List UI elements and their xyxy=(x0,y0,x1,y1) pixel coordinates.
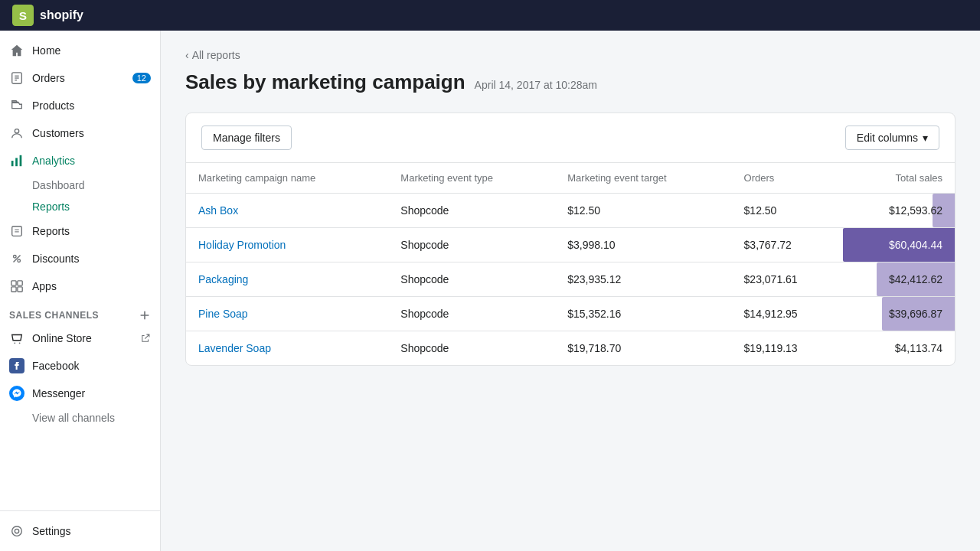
svg-rect-9 xyxy=(20,155,22,166)
cell-event-target: $15,352.16 xyxy=(555,297,731,331)
svg-point-6 xyxy=(15,129,18,133)
shopify-logo[interactable]: S shopify xyxy=(12,5,83,26)
sidebar-label-apps: Apps xyxy=(32,280,57,292)
breadcrumb[interactable]: ‹ All reports xyxy=(185,49,956,61)
cell-event-target: $12.50 xyxy=(555,194,731,228)
facebook-label: Facebook xyxy=(32,360,79,372)
report-table: Marketing campaign name Marketing event … xyxy=(186,162,955,365)
svg-point-14 xyxy=(18,259,21,262)
campaign-link-ash-box[interactable]: Ash Box xyxy=(198,204,238,217)
sidebar-item-analytics[interactable]: Analytics xyxy=(0,147,160,174)
svg-rect-16 xyxy=(11,281,16,285)
sidebar-item-reports[interactable]: Reports xyxy=(0,217,160,245)
svg-point-20 xyxy=(14,342,15,344)
chevron-down-icon: ▾ xyxy=(923,132,928,144)
sidebar-item-discounts[interactable]: Discounts xyxy=(0,245,160,272)
col-header-total-sales: Total sales xyxy=(843,163,955,194)
discounts-icon xyxy=(9,251,24,266)
cell-total-sales: $39,696.87 xyxy=(843,297,955,331)
total-sales-value: $39,696.87 xyxy=(889,308,942,320)
cell-campaign-name: Lavender Soap xyxy=(186,331,388,366)
table-row: Pine SoapShopcode$15,352.16$14,912.95$39… xyxy=(186,297,955,331)
breadcrumb-chevron: ‹ xyxy=(185,49,189,61)
cell-campaign-name: Pine Soap xyxy=(186,297,388,331)
cell-total-sales: $60,404.44 xyxy=(843,228,955,262)
cell-total-sales: $4,113.74 xyxy=(843,331,955,366)
svg-rect-10 xyxy=(12,227,22,236)
svg-point-21 xyxy=(19,342,21,344)
campaign-link-holiday-promotion[interactable]: Holiday Promotion xyxy=(198,239,286,251)
sidebar-label-customers: Customers xyxy=(32,127,84,139)
external-link-icon xyxy=(140,333,151,344)
svg-rect-17 xyxy=(18,281,22,285)
sidebar-item-products[interactable]: Products xyxy=(0,92,160,119)
sidebar-label-products: Products xyxy=(32,99,74,112)
total-sales-value: $42,412.62 xyxy=(889,273,942,285)
manage-filters-button[interactable]: Manage filters xyxy=(201,126,292,150)
cell-orders: $19,119.13 xyxy=(732,331,844,366)
view-all-channels[interactable]: View all channels xyxy=(0,407,160,429)
products-icon xyxy=(9,98,24,113)
cell-campaign-name: Packaging xyxy=(186,262,388,297)
topbar: S shopify xyxy=(0,0,980,31)
svg-rect-7 xyxy=(11,161,14,166)
svg-point-13 xyxy=(14,256,17,259)
main-content: ‹ All reports Sales by marketing campaig… xyxy=(161,31,980,551)
cell-event-type: Shopcode xyxy=(388,194,555,228)
analytics-icon xyxy=(9,153,24,168)
sidebar-sub-dashboard[interactable]: Dashboard xyxy=(0,174,160,196)
shopify-logo-icon: S xyxy=(12,5,34,26)
report-toolbar: Manage filters Edit columns ▾ xyxy=(186,113,955,162)
sidebar-label-home: Home xyxy=(32,44,60,57)
col-header-event-type: Marketing event type xyxy=(388,163,555,194)
sales-channels-label: Sales Channels xyxy=(9,310,99,321)
sidebar-sub-reports[interactable]: Reports xyxy=(0,196,160,217)
sidebar-item-home[interactable]: Home xyxy=(0,37,160,64)
cell-orders: $23,071.61 xyxy=(732,262,844,297)
table-row: PackagingShopcode$23,935.12$23,071.61$42… xyxy=(186,262,955,297)
col-header-orders: Orders xyxy=(732,163,844,194)
messenger-label: Messenger xyxy=(32,387,85,399)
sidebar: Home Orders 12 Products xyxy=(0,31,161,551)
col-header-campaign-name: Marketing campaign name xyxy=(186,163,388,194)
svg-line-15 xyxy=(14,256,21,262)
sidebar-item-apps[interactable]: Apps xyxy=(0,272,160,300)
sidebar-item-customers[interactable]: Customers xyxy=(0,119,160,147)
campaign-link-packaging[interactable]: Packaging xyxy=(198,273,248,285)
messenger-icon xyxy=(9,386,24,401)
sidebar-item-settings[interactable]: Settings xyxy=(0,517,160,545)
orders-icon xyxy=(9,70,24,86)
cell-orders: $3,767.72 xyxy=(732,228,844,262)
sidebar-item-facebook[interactable]: Facebook xyxy=(0,352,160,380)
sidebar-label-orders: Orders xyxy=(32,72,65,84)
customers-icon xyxy=(9,126,24,141)
report-card: Manage filters Edit columns ▾ Marketing … xyxy=(185,112,956,366)
cell-event-target: $3,998.10 xyxy=(555,228,731,262)
sidebar-label-settings: Settings xyxy=(32,525,71,537)
svg-rect-8 xyxy=(15,158,18,166)
page-title-row: Sales by marketing campaign April 14, 20… xyxy=(185,70,956,94)
cell-total-sales: $42,412.62 xyxy=(843,262,955,297)
svg-rect-18 xyxy=(11,287,16,292)
edit-columns-button[interactable]: Edit columns ▾ xyxy=(845,126,939,150)
table-row: Ash BoxShopcode$12.50$12.50$12,593.62 xyxy=(186,194,955,228)
cell-event-type: Shopcode xyxy=(388,228,555,262)
settings-icon xyxy=(9,523,24,539)
sidebar-item-messenger[interactable]: Messenger xyxy=(0,380,160,407)
campaign-link-lavender-soap[interactable]: Lavender Soap xyxy=(198,342,271,354)
add-channel-icon[interactable] xyxy=(139,309,151,321)
cell-event-target: $19,718.70 xyxy=(555,331,731,366)
cell-event-type: Shopcode xyxy=(388,262,555,297)
sidebar-item-orders[interactable]: Orders 12 xyxy=(0,64,160,92)
campaign-link-pine-soap[interactable]: Pine Soap xyxy=(198,308,248,320)
page-subtitle: April 14, 2017 at 10:28am xyxy=(475,79,597,91)
svg-rect-19 xyxy=(18,287,22,292)
breadcrumb-label: All reports xyxy=(192,49,240,61)
total-sales-value: $4,113.74 xyxy=(895,342,942,354)
shopify-logo-text: shopify xyxy=(40,8,83,22)
sidebar-sublabel-reports: Reports xyxy=(32,201,70,213)
facebook-icon xyxy=(9,358,24,373)
table-row: Holiday PromotionShopcode$3,998.10$3,767… xyxy=(186,228,955,262)
sidebar-item-online-store[interactable]: Online Store xyxy=(0,324,160,352)
cell-orders: $12.50 xyxy=(732,194,844,228)
